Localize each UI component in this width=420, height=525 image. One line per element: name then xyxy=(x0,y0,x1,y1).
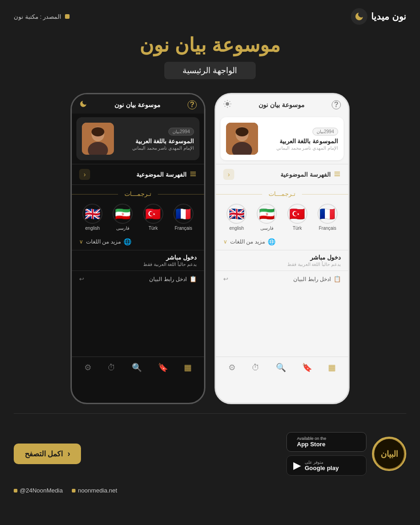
svg-line-8 xyxy=(225,101,225,102)
brand-logo: نون ميديا xyxy=(351,8,406,25)
direct-sub-light: يدعم حالياً اللغة العربية فقط xyxy=(223,262,341,267)
phone-dark: موسوعة بيان نون ? 2994بيان الموسوعة بالل… xyxy=(70,93,205,404)
direct-section-dark: دخول مباشر يدعم حالياً اللغة العربية فقط xyxy=(72,250,204,271)
history-icon-light[interactable]: ⏱ xyxy=(252,363,260,373)
source-text: المصدر : مكتبة نون xyxy=(14,13,61,20)
flag-circle-french-dark: 🇫🇷 xyxy=(173,204,194,224)
profile-sub-light: الإمام المهدي ناصر محمد اليماني xyxy=(263,146,338,151)
flag-french-light[interactable]: 🇫🇷 Français xyxy=(318,204,338,231)
flag-turkish-dark[interactable]: 🇹🇷 Türk xyxy=(143,204,163,231)
link-row-dark: 📋 ادخل رابط البيان ↩ xyxy=(72,271,204,287)
link-text-dark: ادخل رابط البيان xyxy=(149,276,187,282)
flag-french-dark[interactable]: 🇫🇷 Français xyxy=(173,204,194,231)
flag-label-french-light: Français xyxy=(319,226,336,231)
google-play-icon: ▶ xyxy=(293,460,301,471)
profile-card-light: 2994بيان الموسوعة باللغة العربية الإمام … xyxy=(221,117,344,160)
footer-links: @24NoonMedia noonmedia.net xyxy=(0,485,420,501)
browse-button[interactable]: ‹ اكمل التصفح xyxy=(14,444,81,464)
app-logo-text: البيان xyxy=(381,449,398,459)
phone-light-topbar: موسوعة بيان نون ? xyxy=(216,94,348,114)
google-play-text: متوفر على Google play xyxy=(305,460,339,471)
index-icon-light xyxy=(334,170,341,179)
browse-label: اكمل التصفح xyxy=(25,449,63,458)
help-icon-light[interactable]: ? xyxy=(332,100,341,109)
moon-icon xyxy=(351,8,367,25)
link-label-dark: 📋 ادخل رابط البيان xyxy=(149,276,197,282)
grid-icon-light[interactable]: ▦ xyxy=(328,363,336,373)
svg-point-18 xyxy=(236,127,248,136)
chevron-browse-icon: ‹ xyxy=(67,449,70,459)
phone-light: موسوعة بيان نون ? 2994بيان الموسوعة بالل… xyxy=(215,93,350,404)
footer-site: noonmedia.net xyxy=(72,487,117,494)
phone-dark-topbar: موسوعة بيان نون ? xyxy=(72,94,204,114)
flag-persian-dark[interactable]: 🇮🇷 فارسی xyxy=(113,204,133,231)
settings-icon-dark[interactable]: ⚙ xyxy=(84,363,92,373)
app-store-badge[interactable]: Available on the App Store xyxy=(286,432,366,452)
flag-english-dark[interactable]: 🇬🇧 english xyxy=(82,204,102,231)
google-play-badge[interactable]: ▶ متوفر على Google play xyxy=(286,455,366,476)
footer-dot-1 xyxy=(14,489,17,493)
more-langs-dark[interactable]: 🌐 مزيد من اللغات ∨ xyxy=(72,236,204,250)
app-store-text: Available on the App Store xyxy=(297,436,326,448)
link-icon-dark: 📋 xyxy=(189,276,197,282)
phone-dark-content: موسوعة بيان نون ? 2994بيان الموسوعة بالل… xyxy=(72,94,204,378)
flag-label-english-light: english xyxy=(229,226,244,231)
bookmark-icon-light[interactable]: 🔖 xyxy=(302,363,312,373)
flag-circle-english-light: 🇬🇧 xyxy=(226,204,247,224)
profile-badge-dark: 2994بيان xyxy=(168,128,194,135)
phone-dark-title: موسوعة بيان نون xyxy=(114,101,161,108)
globe-icon-dark: 🌐 xyxy=(124,238,131,245)
footer-site-text: noonmedia.net xyxy=(78,487,117,494)
settings-icon-light[interactable]: ⚙ xyxy=(228,363,236,373)
sun-toggle-icon[interactable] xyxy=(223,100,232,110)
flag-persian-light[interactable]: 🇮🇷 فارسی xyxy=(257,204,277,231)
flag-circle-persian-light: 🇮🇷 xyxy=(257,204,277,224)
svg-line-9 xyxy=(230,106,230,107)
flag-label-english-dark: english xyxy=(85,226,100,231)
flag-label-persian-light: فارسی xyxy=(260,226,274,231)
flag-circle-english-dark: 🇬🇧 xyxy=(82,204,102,224)
bottom-nav-light: ⚙ ⏱ 🔍 🔖 ▦ xyxy=(216,357,348,378)
direct-title-dark: دخول مباشر xyxy=(79,254,197,261)
index-arrow-light[interactable]: ‹ xyxy=(223,169,234,180)
bookmark-icon-dark[interactable]: 🔖 xyxy=(158,363,168,373)
direct-title-light: دخول مباشر xyxy=(223,254,341,261)
more-langs-light[interactable]: 🌐 مزيد من اللغات ∨ xyxy=(216,236,348,250)
phones-row: موسوعة بيان نون ? 2994بيان الموسوعة بالل… xyxy=(0,93,420,404)
flag-circle-persian-dark: 🇮🇷 xyxy=(113,204,133,224)
index-icon-dark xyxy=(189,170,197,179)
index-arrow-dark[interactable]: ‹ xyxy=(79,169,90,180)
link-arrow-dark[interactable]: ↩ xyxy=(79,276,84,282)
translations-label-light: تـرجمـــات xyxy=(216,190,348,197)
profile-info-dark: 2994بيان الموسوعة باللغة العربية الإمام … xyxy=(118,127,194,151)
flag-turkish-light[interactable]: 🇹🇷 Türk xyxy=(287,204,307,231)
footer-handle: @24NoonMedia xyxy=(14,487,63,494)
translations-label-dark: تـرجمـــات xyxy=(72,190,204,197)
svg-line-13 xyxy=(230,101,230,102)
moon-toggle-icon[interactable] xyxy=(79,100,87,110)
history-icon-dark[interactable]: ⏱ xyxy=(108,363,116,373)
grid-icon-dark[interactable]: ▦ xyxy=(184,363,192,373)
index-row-dark: الفهرسة الموضوعية ‹ xyxy=(72,164,204,185)
index-text-light: الفهرسة الموضوعية xyxy=(280,171,331,178)
search-icon-light[interactable]: 🔍 xyxy=(276,363,286,373)
subtitle-badge: الواجهة الرئيسية xyxy=(0,62,420,79)
google-play-sub: متوفر على xyxy=(305,460,339,465)
svg-point-5 xyxy=(226,102,229,106)
link-text-light: ادخل رابط البيان xyxy=(293,276,331,282)
svg-line-12 xyxy=(225,106,225,107)
flag-english-light[interactable]: 🇬🇧 english xyxy=(226,204,247,231)
app-store-sub: Available on the xyxy=(297,436,326,441)
link-arrow-light[interactable]: ↩ xyxy=(223,276,228,282)
flag-circle-turkish-dark: 🇹🇷 xyxy=(143,204,163,224)
flags-row-light: 🇫🇷 Français 🇹🇷 Türk 🇮🇷 فارسی 🇬🇧 english xyxy=(216,201,348,236)
profile-name-light: الموسوعة باللغة العربية xyxy=(263,137,338,146)
link-icon-light: 📋 xyxy=(334,276,341,282)
help-icon-dark[interactable]: ? xyxy=(188,100,197,109)
source-label: المصدر : مكتبة نون xyxy=(14,13,70,20)
brand-name: نون ميديا xyxy=(371,11,406,22)
search-icon-dark[interactable]: 🔍 xyxy=(132,363,142,373)
app-logo-inner: البيان xyxy=(374,439,404,469)
flags-row-dark: 🇫🇷 Français 🇹🇷 Türk 🇮🇷 فارسی 🇬🇧 english xyxy=(72,201,204,236)
link-row-light: 📋 ادخل رابط البيان ↩ xyxy=(216,271,348,287)
